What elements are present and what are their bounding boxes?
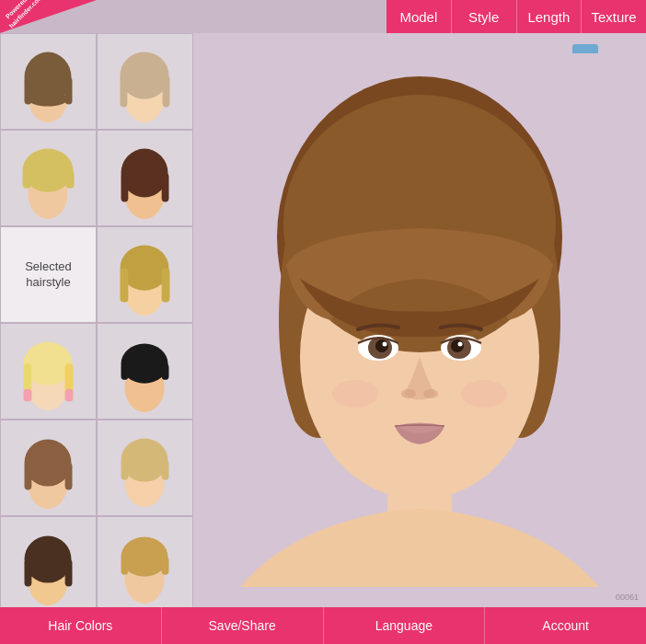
list-item[interactable] (0, 33, 97, 130)
list-item[interactable] (97, 323, 193, 420)
selected-label: Selectedhairstyle (25, 259, 72, 291)
svg-point-84 (451, 339, 464, 352)
list-item[interactable] (97, 33, 193, 130)
svg-point-87 (423, 389, 438, 398)
svg-rect-56 (121, 557, 129, 575)
bottom-nav-save-share[interactable]: Save/Share (162, 607, 324, 644)
list-item[interactable] (0, 516, 97, 607)
selected-hairstyle-placeholder: Selectedhairstyle (0, 226, 97, 323)
svg-point-86 (401, 389, 416, 398)
bottom-nav-language[interactable]: Language (324, 607, 486, 644)
svg-rect-9 (121, 75, 128, 107)
svg-rect-37 (162, 363, 169, 380)
svg-rect-42 (65, 463, 73, 489)
nav-style[interactable]: Style (451, 0, 516, 33)
svg-rect-52 (65, 559, 73, 586)
list-item[interactable] (97, 130, 193, 226)
sidebar: Selectedhairstyle (0, 33, 193, 607)
list-item[interactable] (0, 323, 97, 420)
svg-point-80 (375, 339, 388, 352)
svg-rect-47 (162, 460, 169, 480)
svg-rect-41 (25, 463, 32, 489)
svg-point-89 (461, 380, 507, 408)
list-item[interactable] (97, 420, 193, 516)
list-item[interactable] (0, 420, 97, 516)
list-item[interactable] (97, 226, 193, 323)
preview-area: ▲ ◀ Reset ▶ − ▼ + (193, 33, 646, 607)
list-item[interactable] (97, 516, 193, 607)
svg-rect-46 (121, 460, 129, 480)
svg-rect-10 (163, 75, 170, 107)
svg-rect-19 (121, 173, 129, 201)
svg-point-81 (383, 342, 387, 347)
svg-rect-32 (65, 389, 74, 402)
svg-point-85 (458, 342, 463, 347)
bottom-nav-hair-colors[interactable]: Hair Colors (0, 607, 162, 644)
svg-point-35 (121, 344, 168, 384)
svg-point-88 (332, 380, 378, 408)
nav-length[interactable]: Length (516, 0, 582, 33)
svg-rect-36 (121, 363, 129, 380)
svg-rect-20 (162, 173, 169, 201)
watermark: 00061 (616, 592, 639, 602)
svg-rect-24 (121, 268, 129, 302)
list-item[interactable] (0, 130, 97, 226)
model-image (193, 33, 646, 607)
svg-rect-15 (66, 170, 75, 189)
svg-rect-5 (65, 77, 73, 104)
svg-point-3 (28, 92, 67, 107)
svg-rect-4 (25, 77, 32, 104)
svg-rect-51 (25, 559, 32, 586)
svg-rect-31 (24, 389, 32, 402)
svg-rect-25 (162, 268, 170, 302)
nav-model[interactable]: Model (386, 0, 451, 33)
bottom-nav: Hair Colors Save/Share Language Account (0, 607, 646, 644)
svg-point-8 (121, 52, 169, 99)
svg-rect-57 (162, 557, 169, 575)
bottom-nav-account[interactable]: Account (485, 607, 646, 644)
svg-rect-14 (23, 170, 31, 189)
nav-texture[interactable]: Texture (581, 0, 646, 33)
